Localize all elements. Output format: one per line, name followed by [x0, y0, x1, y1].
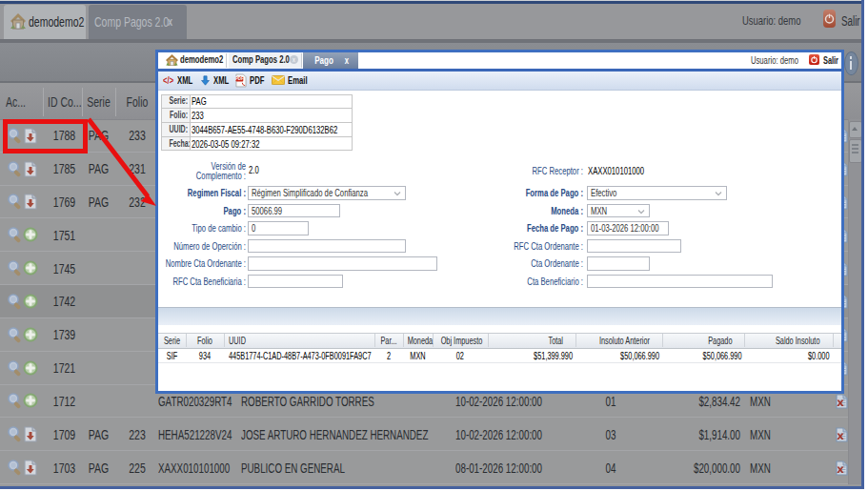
svg-text:PDF: PDF — [235, 76, 244, 81]
